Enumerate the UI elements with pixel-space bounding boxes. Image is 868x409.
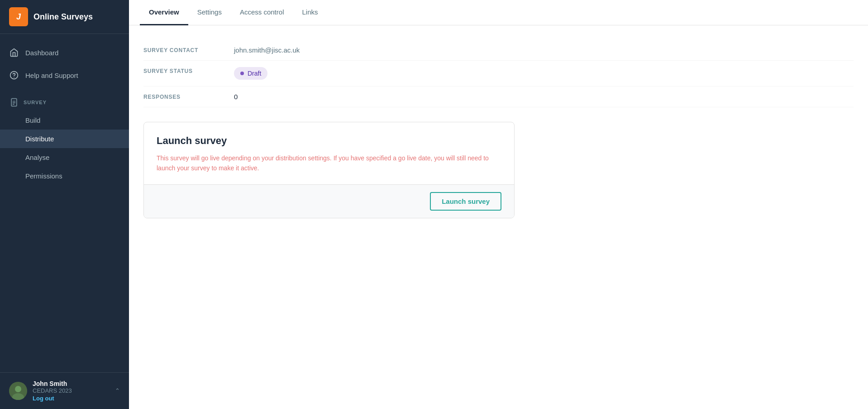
survey-icon (9, 97, 19, 107)
tab-overview[interactable]: Overview (140, 0, 188, 25)
launch-card-footer: Launch survey (144, 184, 514, 218)
responses-row: RESPONSES 0 (143, 87, 854, 107)
survey-section-label: SURVEY (0, 94, 129, 111)
survey-contact-row: SURVEY CONTACT john.smith@jisc.ac.uk (143, 40, 854, 61)
sidebar-item-build[interactable]: Build (0, 111, 129, 130)
tabs-bar: Overview Settings Access control Links (129, 0, 868, 25)
chevron-icon: ⌃ (115, 387, 120, 394)
launch-card-description: This survey will go live depending on yo… (157, 153, 501, 173)
sidebar-item-dashboard-label: Dashboard (25, 49, 58, 57)
responses-label: RESPONSES (143, 93, 234, 100)
sidebar-item-permissions[interactable]: Permissions (0, 167, 129, 185)
sidebar-item-analyse-label: Analyse (25, 154, 49, 161)
svg-point-7 (15, 386, 21, 392)
content-area: SURVEY CONTACT john.smith@jisc.ac.uk SUR… (129, 25, 868, 409)
help-icon (9, 70, 19, 80)
sidebar-item-distribute-label: Distribute (25, 135, 54, 143)
main-content: Overview Settings Access control Links S… (129, 0, 868, 409)
status-dot (240, 72, 244, 75)
avatar (9, 382, 27, 400)
sidebar-footer: John Smith CEDARS 2023 ⌃ Log out (0, 372, 129, 409)
user-org-name: CEDARS 2023 (33, 387, 72, 394)
info-section: SURVEY CONTACT john.smith@jisc.ac.uk SUR… (143, 40, 854, 107)
responses-value: 0 (234, 93, 238, 101)
launch-card-title: Launch survey (157, 135, 501, 147)
sidebar-item-distribute[interactable]: Distribute (0, 130, 129, 148)
user-info: John Smith CEDARS 2023 ⌃ Log out (9, 380, 120, 402)
user-details: John Smith CEDARS 2023 ⌃ Log out (33, 380, 120, 402)
sidebar: J Online Surveys Dashboard Help (0, 0, 129, 409)
sidebar-header: J Online Surveys (0, 0, 129, 34)
launch-survey-button[interactable]: Launch survey (430, 192, 501, 211)
sidebar-item-help-label: Help and Support (25, 72, 78, 79)
app-title: Online Surveys (33, 12, 93, 22)
sidebar-nav: Dashboard Help and Support (0, 34, 129, 372)
tab-links[interactable]: Links (293, 0, 327, 25)
sidebar-item-permissions-label: Permissions (25, 172, 62, 180)
logout-button[interactable]: Log out (33, 395, 120, 402)
tab-settings[interactable]: Settings (188, 0, 231, 25)
launch-card-body: Launch survey This survey will go live d… (144, 122, 514, 184)
survey-contact-label: SURVEY CONTACT (143, 46, 234, 53)
tab-access-control[interactable]: Access control (231, 0, 293, 25)
survey-section: SURVEY Build Distribute Analyse Permissi… (0, 87, 129, 192)
survey-status-row: SURVEY STATUS Draft (143, 61, 854, 87)
survey-contact-value: john.smith@jisc.ac.uk (234, 46, 300, 54)
home-icon (9, 48, 19, 58)
survey-status-label: SURVEY STATUS (143, 67, 234, 74)
status-badge-label: Draft (248, 70, 261, 77)
status-badge: Draft (234, 67, 267, 80)
sidebar-item-analyse[interactable]: Analyse (0, 148, 129, 167)
jisc-logo: J (9, 7, 28, 26)
user-org[interactable]: CEDARS 2023 ⌃ (33, 387, 120, 394)
launch-card: Launch survey This survey will go live d… (143, 122, 515, 218)
sidebar-item-dashboard[interactable]: Dashboard (0, 41, 129, 64)
user-name: John Smith (33, 380, 120, 387)
sidebar-item-help[interactable]: Help and Support (0, 64, 129, 87)
sidebar-item-build-label: Build (25, 116, 40, 124)
